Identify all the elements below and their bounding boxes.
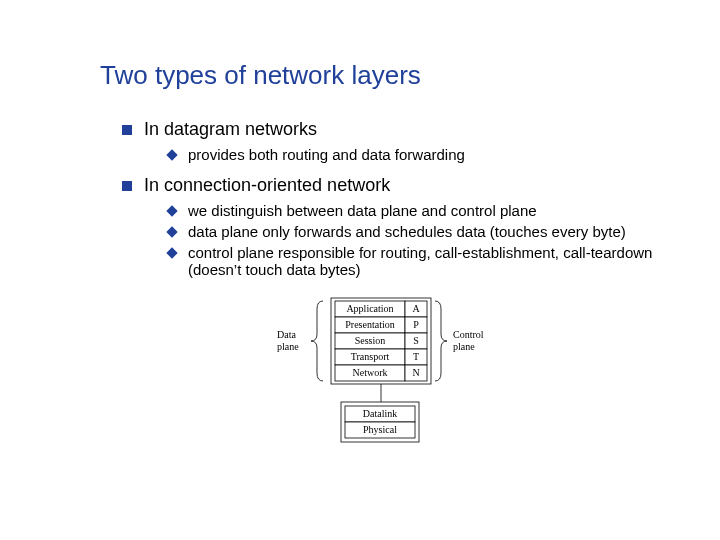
subbullet-text: provides both routing and data forwardin… xyxy=(188,146,465,163)
bullet-datagram: In datagram networks xyxy=(122,119,660,140)
subbullet-text: data plane only forwards and schedules d… xyxy=(188,223,626,240)
subbullet-text: we distinguish between data plane and co… xyxy=(188,202,537,219)
layer-letter: S xyxy=(413,335,419,346)
diamond-bullet-icon xyxy=(166,149,177,160)
right-plane-label-line2: plane xyxy=(453,341,475,352)
slide-title: Two types of network layers xyxy=(100,60,660,91)
left-plane-label-line1: Data xyxy=(277,329,296,340)
layers-diagram: Application Presentation Session Transpo… xyxy=(235,296,525,451)
square-bullet-icon xyxy=(122,125,132,135)
lower-layers: Datalink Physical xyxy=(345,406,415,438)
right-plane-label-line1: Control xyxy=(453,329,484,340)
bullet-text: In connection-oriented network xyxy=(144,175,390,196)
layer-name: Session xyxy=(355,335,386,346)
layer-name: Application xyxy=(346,303,393,314)
layer-letter: T xyxy=(413,351,419,362)
upper-letters: A P S T N xyxy=(405,301,427,381)
right-brace-icon xyxy=(435,301,447,381)
square-bullet-icon xyxy=(122,181,132,191)
diamond-bullet-icon xyxy=(166,226,177,237)
layer-name: Transport xyxy=(351,351,390,362)
layer-letter: P xyxy=(413,319,419,330)
layer-letter: N xyxy=(412,367,419,378)
layer-letter: A xyxy=(412,303,420,314)
slide: Two types of network layers In datagram … xyxy=(0,0,720,540)
subbullet-text: control plane responsible for routing, c… xyxy=(188,244,660,278)
subbullet-datagram-1: provides both routing and data forwardin… xyxy=(168,146,660,163)
subbullet-co-2: data plane only forwards and schedules d… xyxy=(168,223,660,240)
upper-layers: Application Presentation Session Transpo… xyxy=(335,301,405,381)
layer-name: Presentation xyxy=(345,319,394,330)
left-brace-icon xyxy=(311,301,323,381)
subbullet-co-3: control plane responsible for routing, c… xyxy=(168,244,660,278)
bullet-text: In datagram networks xyxy=(144,119,317,140)
layer-name: Network xyxy=(353,367,388,378)
diamond-bullet-icon xyxy=(166,247,177,258)
subbullet-co-1: we distinguish between data plane and co… xyxy=(168,202,660,219)
layer-name: Datalink xyxy=(363,408,397,419)
diamond-bullet-icon xyxy=(166,205,177,216)
left-plane-label-line2: plane xyxy=(277,341,299,352)
bullet-connection-oriented: In connection-oriented network xyxy=(122,175,660,196)
layer-name: Physical xyxy=(363,424,397,435)
diagram-wrapper: Application Presentation Session Transpo… xyxy=(100,296,660,451)
